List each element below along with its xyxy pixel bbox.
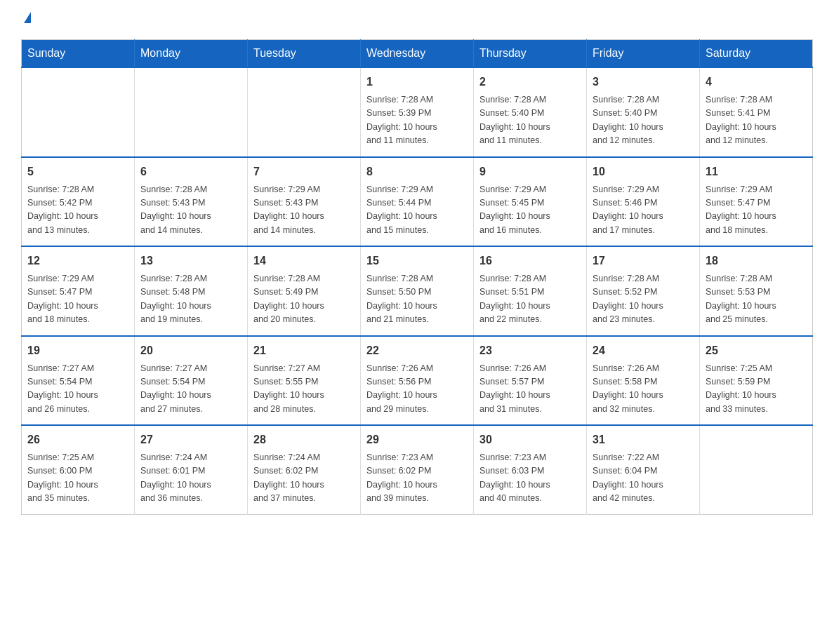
calendar-cell: 9Sunrise: 7:29 AM Sunset: 5:45 PM Daylig… xyxy=(474,157,587,247)
day-number: 3 xyxy=(593,74,694,90)
calendar-cell: 3Sunrise: 7:28 AM Sunset: 5:40 PM Daylig… xyxy=(587,67,700,157)
day-info: Sunrise: 7:28 AM Sunset: 5:40 PM Dayligh… xyxy=(479,93,581,148)
day-number: 13 xyxy=(140,253,241,269)
day-info: Sunrise: 7:26 AM Sunset: 5:58 PM Dayligh… xyxy=(593,362,694,417)
days-of-week-row: SundayMondayTuesdayWednesdayThursdayFrid… xyxy=(22,40,813,68)
calendar-cell: 16Sunrise: 7:28 AM Sunset: 5:51 PM Dayli… xyxy=(474,246,587,336)
day-number: 26 xyxy=(27,431,128,448)
day-number: 19 xyxy=(27,342,128,359)
day-number: 5 xyxy=(27,163,128,180)
calendar-cell xyxy=(22,67,135,157)
day-info: Sunrise: 7:29 AM Sunset: 5:47 PM Dayligh… xyxy=(27,272,128,327)
day-info: Sunrise: 7:28 AM Sunset: 5:49 PM Dayligh… xyxy=(253,272,355,327)
day-of-week-header: Friday xyxy=(587,40,700,68)
day-number: 4 xyxy=(706,74,807,90)
logo xyxy=(21,14,31,25)
calendar-week-row: 1Sunrise: 7:28 AM Sunset: 5:39 PM Daylig… xyxy=(22,67,813,157)
day-info: Sunrise: 7:25 AM Sunset: 6:00 PM Dayligh… xyxy=(27,451,128,506)
calendar-cell: 22Sunrise: 7:26 AM Sunset: 5:56 PM Dayli… xyxy=(361,336,474,426)
day-number: 10 xyxy=(593,163,694,180)
calendar-cell: 17Sunrise: 7:28 AM Sunset: 5:52 PM Dayli… xyxy=(587,246,700,336)
day-of-week-header: Wednesday xyxy=(361,40,474,68)
day-info: Sunrise: 7:28 AM Sunset: 5:43 PM Dayligh… xyxy=(140,183,241,238)
day-info: Sunrise: 7:28 AM Sunset: 5:51 PM Dayligh… xyxy=(479,272,581,327)
calendar-cell: 6Sunrise: 7:28 AM Sunset: 5:43 PM Daylig… xyxy=(135,157,248,247)
day-info: Sunrise: 7:28 AM Sunset: 5:39 PM Dayligh… xyxy=(366,93,468,148)
day-info: Sunrise: 7:28 AM Sunset: 5:52 PM Dayligh… xyxy=(593,272,694,327)
day-info: Sunrise: 7:29 AM Sunset: 5:45 PM Dayligh… xyxy=(479,183,581,238)
day-info: Sunrise: 7:29 AM Sunset: 5:43 PM Dayligh… xyxy=(253,183,355,238)
day-info: Sunrise: 7:28 AM Sunset: 5:50 PM Dayligh… xyxy=(366,272,468,327)
calendar-cell: 27Sunrise: 7:24 AM Sunset: 6:01 PM Dayli… xyxy=(135,425,248,514)
day-number: 17 xyxy=(593,253,694,269)
calendar-cell: 19Sunrise: 7:27 AM Sunset: 5:54 PM Dayli… xyxy=(22,336,135,426)
day-info: Sunrise: 7:28 AM Sunset: 5:42 PM Dayligh… xyxy=(27,183,128,238)
day-info: Sunrise: 7:23 AM Sunset: 6:03 PM Dayligh… xyxy=(479,451,581,506)
calendar-table: SundayMondayTuesdayWednesdayThursdayFrid… xyxy=(21,39,813,515)
calendar-cell: 10Sunrise: 7:29 AM Sunset: 5:46 PM Dayli… xyxy=(587,157,700,247)
calendar-cell: 29Sunrise: 7:23 AM Sunset: 6:02 PM Dayli… xyxy=(361,425,474,514)
calendar-cell: 24Sunrise: 7:26 AM Sunset: 5:58 PM Dayli… xyxy=(587,336,700,426)
day-number: 6 xyxy=(140,163,241,180)
day-info: Sunrise: 7:22 AM Sunset: 6:04 PM Dayligh… xyxy=(593,451,694,506)
calendar-cell: 7Sunrise: 7:29 AM Sunset: 5:43 PM Daylig… xyxy=(248,157,361,247)
day-info: Sunrise: 7:28 AM Sunset: 5:40 PM Dayligh… xyxy=(593,93,694,148)
day-number: 21 xyxy=(253,342,355,359)
day-of-week-header: Tuesday xyxy=(248,40,361,68)
day-number: 15 xyxy=(366,253,468,269)
day-number: 24 xyxy=(593,342,694,359)
day-number: 9 xyxy=(479,163,581,180)
day-info: Sunrise: 7:23 AM Sunset: 6:02 PM Dayligh… xyxy=(366,451,468,506)
calendar-cell: 4Sunrise: 7:28 AM Sunset: 5:41 PM Daylig… xyxy=(700,67,813,157)
calendar-body: 1Sunrise: 7:28 AM Sunset: 5:39 PM Daylig… xyxy=(22,67,813,514)
calendar-cell: 28Sunrise: 7:24 AM Sunset: 6:02 PM Dayli… xyxy=(248,425,361,514)
day-of-week-header: Saturday xyxy=(700,40,813,68)
calendar-week-row: 26Sunrise: 7:25 AM Sunset: 6:00 PM Dayli… xyxy=(22,425,813,514)
calendar-header: SundayMondayTuesdayWednesdayThursdayFrid… xyxy=(22,40,813,68)
day-number: 28 xyxy=(253,431,355,448)
calendar-cell: 26Sunrise: 7:25 AM Sunset: 6:00 PM Dayli… xyxy=(22,425,135,514)
calendar-cell xyxy=(135,67,248,157)
calendar-cell: 15Sunrise: 7:28 AM Sunset: 5:50 PM Dayli… xyxy=(361,246,474,336)
calendar-cell: 8Sunrise: 7:29 AM Sunset: 5:44 PM Daylig… xyxy=(361,157,474,247)
day-number: 14 xyxy=(253,253,355,269)
day-number: 1 xyxy=(366,74,468,90)
day-number: 22 xyxy=(366,342,468,359)
calendar-cell xyxy=(248,67,361,157)
calendar-cell: 2Sunrise: 7:28 AM Sunset: 5:40 PM Daylig… xyxy=(474,67,587,157)
day-number: 2 xyxy=(479,74,581,90)
calendar-cell: 13Sunrise: 7:28 AM Sunset: 5:48 PM Dayli… xyxy=(135,246,248,336)
day-number: 27 xyxy=(140,431,241,448)
day-info: Sunrise: 7:28 AM Sunset: 5:53 PM Dayligh… xyxy=(706,272,807,327)
day-info: Sunrise: 7:29 AM Sunset: 5:44 PM Dayligh… xyxy=(366,183,468,238)
calendar-cell: 5Sunrise: 7:28 AM Sunset: 5:42 PM Daylig… xyxy=(22,157,135,247)
day-of-week-header: Sunday xyxy=(22,40,135,68)
calendar-cell: 30Sunrise: 7:23 AM Sunset: 6:03 PM Dayli… xyxy=(474,425,587,514)
day-number: 8 xyxy=(366,163,468,180)
day-number: 23 xyxy=(479,342,581,359)
day-info: Sunrise: 7:27 AM Sunset: 5:54 PM Dayligh… xyxy=(140,362,241,417)
day-number: 31 xyxy=(593,431,694,448)
day-info: Sunrise: 7:24 AM Sunset: 6:02 PM Dayligh… xyxy=(253,451,355,506)
calendar-cell: 25Sunrise: 7:25 AM Sunset: 5:59 PM Dayli… xyxy=(700,336,813,426)
day-info: Sunrise: 7:24 AM Sunset: 6:01 PM Dayligh… xyxy=(140,451,241,506)
day-number: 7 xyxy=(253,163,355,180)
day-of-week-header: Thursday xyxy=(474,40,587,68)
day-info: Sunrise: 7:28 AM Sunset: 5:48 PM Dayligh… xyxy=(140,272,241,327)
day-number: 12 xyxy=(27,253,128,269)
calendar-cell: 14Sunrise: 7:28 AM Sunset: 5:49 PM Dayli… xyxy=(248,246,361,336)
day-info: Sunrise: 7:27 AM Sunset: 5:55 PM Dayligh… xyxy=(253,362,355,417)
calendar-cell: 11Sunrise: 7:29 AM Sunset: 5:47 PM Dayli… xyxy=(700,157,813,247)
day-of-week-header: Monday xyxy=(135,40,248,68)
day-info: Sunrise: 7:29 AM Sunset: 5:46 PM Dayligh… xyxy=(593,183,694,238)
day-number: 29 xyxy=(366,431,468,448)
calendar-week-row: 19Sunrise: 7:27 AM Sunset: 5:54 PM Dayli… xyxy=(22,336,813,426)
day-number: 20 xyxy=(140,342,241,359)
page-header xyxy=(21,14,813,25)
calendar-week-row: 12Sunrise: 7:29 AM Sunset: 5:47 PM Dayli… xyxy=(22,246,813,336)
day-number: 30 xyxy=(479,431,581,448)
calendar-cell: 21Sunrise: 7:27 AM Sunset: 5:55 PM Dayli… xyxy=(248,336,361,426)
calendar-cell: 18Sunrise: 7:28 AM Sunset: 5:53 PM Dayli… xyxy=(700,246,813,336)
day-number: 11 xyxy=(706,163,807,180)
calendar-cell: 31Sunrise: 7:22 AM Sunset: 6:04 PM Dayli… xyxy=(587,425,700,514)
